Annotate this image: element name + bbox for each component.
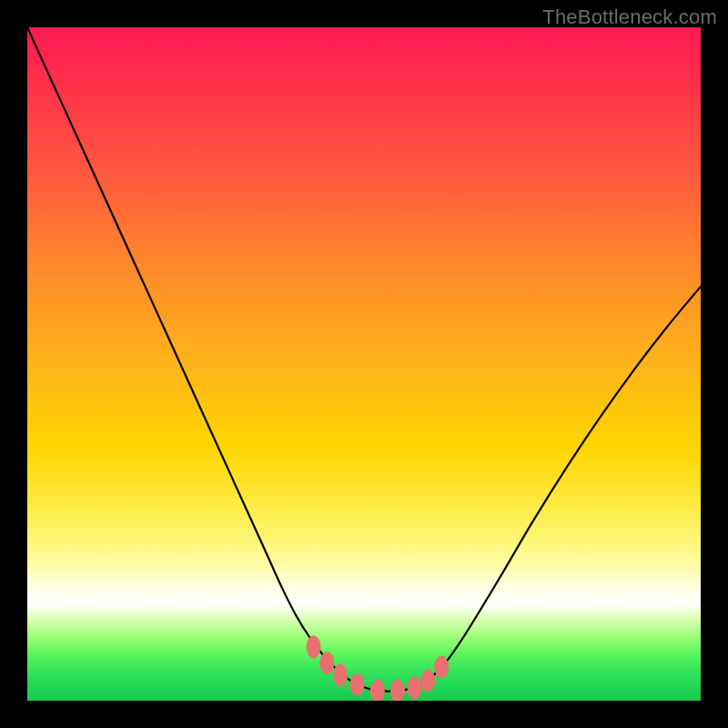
trough-marker [350,673,364,695]
curve-layer [27,27,701,692]
plot-area [27,27,701,701]
trough-marker [408,677,421,699]
trough-marker [435,656,449,678]
bottleneck-curve [27,27,701,692]
trough-marker [421,670,435,692]
marker-layer [307,636,449,701]
watermark-text: TheBottleneck.com [542,5,717,29]
outer-frame: TheBottleneck.com [0,0,728,728]
trough-marker [370,680,384,701]
trough-marker [320,652,334,674]
trough-marker [334,664,348,686]
trough-marker [391,680,405,701]
chart-svg [27,27,701,701]
trough-marker [307,636,320,658]
